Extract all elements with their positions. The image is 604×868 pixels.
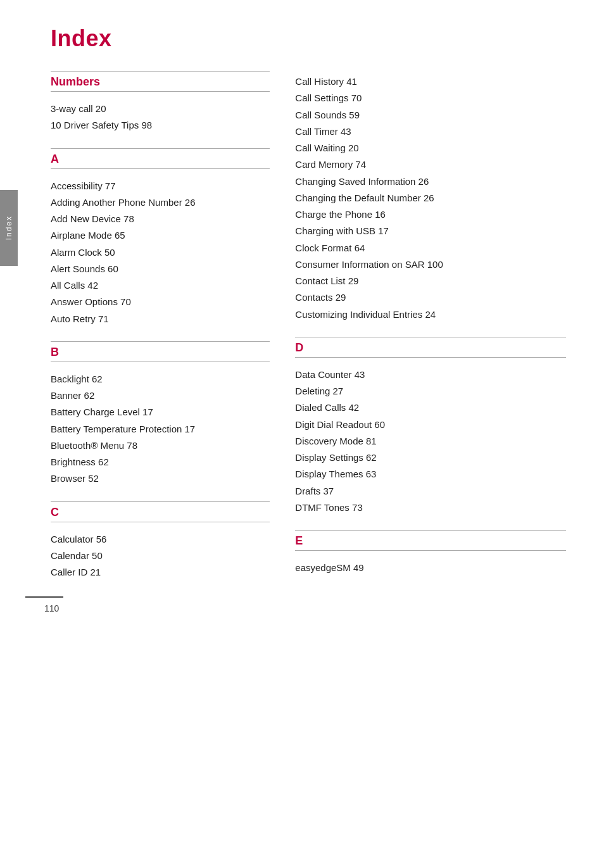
two-column-layout: Numbers3-way call 2010 Driver Safety Tip… xyxy=(51,71,566,594)
section-items: Call History 41Call Settings 70Call Soun… xyxy=(295,71,566,325)
index-item: Call Timer 43 xyxy=(295,123,566,140)
index-item: Calculator 56 xyxy=(51,531,270,548)
right-column: Call History 41Call Settings 70Call Soun… xyxy=(282,71,566,594)
page-number: 110 xyxy=(44,603,59,613)
index-item: easyedgeSM 49 xyxy=(295,560,566,576)
index-item: Alarm Clock 50 xyxy=(51,244,270,261)
index-item: Backlight 62 xyxy=(51,371,270,387)
index-item: Contact List 29 xyxy=(295,273,566,289)
index-item: Contacts 29 xyxy=(295,289,566,306)
index-item: Add New Device 78 xyxy=(51,211,270,227)
index-item: Call Settings 70 xyxy=(295,90,566,106)
section-letter: B xyxy=(51,346,59,358)
index-item: 10 Driver Safety Tips 98 xyxy=(51,117,270,134)
index-item: Digit Dial Readout 60 xyxy=(295,417,566,433)
index-item: Auto Retry 71 xyxy=(51,311,270,327)
index-item: Calendar 50 xyxy=(51,548,270,564)
index-item: Card Memory 74 xyxy=(295,156,566,173)
section-letter: D xyxy=(295,341,303,354)
index-item: Adding Another Phone Number 26 xyxy=(51,194,270,211)
index-item: Dialed Calls 42 xyxy=(295,399,566,416)
section-C: CCalculator 56Calendar 50Caller ID 21 xyxy=(51,501,270,584)
section-letter: Numbers xyxy=(51,75,100,88)
index-item: Battery Charge Level 17 xyxy=(51,404,270,420)
sidebar-tab: Index xyxy=(0,190,18,266)
index-item: Charge the Phone 16 xyxy=(295,206,566,223)
index-item: Bluetooth® Menu 78 xyxy=(51,437,270,454)
index-item: Alert Sounds 60 xyxy=(51,261,270,277)
index-item: Call Waiting 20 xyxy=(295,140,566,156)
sidebar-label: Index xyxy=(4,215,13,240)
section-header-D: D xyxy=(295,337,566,358)
index-item: Data Counter 43 xyxy=(295,367,566,383)
index-item: Browser 52 xyxy=(51,470,270,487)
index-item: Brightness 62 xyxy=(51,454,270,470)
index-item: Call Sounds 59 xyxy=(295,107,566,123)
index-item: Battery Temperature Protection 17 xyxy=(51,421,270,437)
section-header-B: B xyxy=(51,341,270,362)
index-item: Display Themes 63 xyxy=(295,466,566,482)
section-items: Accessibility 77Adding Another Phone Num… xyxy=(51,175,270,330)
left-column: Numbers3-way call 2010 Driver Safety Tip… xyxy=(51,71,282,594)
section-items: Data Counter 43Deleting 27Dialed Calls 4… xyxy=(295,364,566,519)
section-header-A: A xyxy=(51,148,270,169)
index-item: Display Settings 62 xyxy=(295,450,566,466)
section-items: Backlight 62Banner 62Battery Charge Leve… xyxy=(51,368,270,490)
page-container: Index Index Numbers3-way call 2010 Drive… xyxy=(0,0,604,632)
section-continuation: Call History 41Call Settings 70Call Soun… xyxy=(295,71,566,325)
index-item: All Calls 42 xyxy=(51,277,270,294)
index-item: Deleting 27 xyxy=(295,383,566,399)
section-header-C: C xyxy=(51,501,270,522)
index-item: Call History 41 xyxy=(295,73,566,90)
index-item: Banner 62 xyxy=(51,387,270,404)
section-letter: E xyxy=(295,534,303,547)
index-item: Airplane Mode 65 xyxy=(51,227,270,244)
index-item: Consumer Information on SAR 100 xyxy=(295,256,566,273)
section-header-Numbers: Numbers xyxy=(51,71,270,92)
bottom-line xyxy=(25,596,63,598)
index-item: Changing the Default Number 26 xyxy=(295,190,566,206)
index-item: Changing Saved Information 26 xyxy=(295,173,566,190)
index-item: Caller ID 21 xyxy=(51,564,270,581)
section-items: 3-way call 2010 Driver Safety Tips 98 xyxy=(51,98,270,137)
index-item: Charging with USB 17 xyxy=(295,223,566,239)
section-A: AAccessibility 77Adding Another Phone Nu… xyxy=(51,148,270,330)
index-item: Drafts 37 xyxy=(295,483,566,500)
index-item: Customizing Individual Entries 24 xyxy=(295,306,566,323)
index-item: Accessibility 77 xyxy=(51,178,270,194)
index-item: 3-way call 20 xyxy=(51,101,270,117)
index-item: DTMF Tones 73 xyxy=(295,500,566,516)
section-letter: C xyxy=(51,506,59,519)
section-items: easyedgeSM 49 xyxy=(295,557,566,579)
section-D: DData Counter 43Deleting 27Dialed Calls … xyxy=(295,337,566,519)
section-items: Calculator 56Calendar 50Caller ID 21 xyxy=(51,529,270,584)
section-header-E: E xyxy=(295,530,566,551)
section-E: EeasyedgeSM 49 xyxy=(295,530,566,579)
section-Numbers: Numbers3-way call 2010 Driver Safety Tip… xyxy=(51,71,270,137)
index-item: Discovery Mode 81 xyxy=(295,433,566,450)
page-title: Index xyxy=(51,25,566,52)
index-item: Clock Format 64 xyxy=(295,240,566,256)
section-B: BBacklight 62Banner 62Battery Charge Lev… xyxy=(51,341,270,490)
index-item: Answer Options 70 xyxy=(51,294,270,310)
section-letter: A xyxy=(51,153,59,165)
